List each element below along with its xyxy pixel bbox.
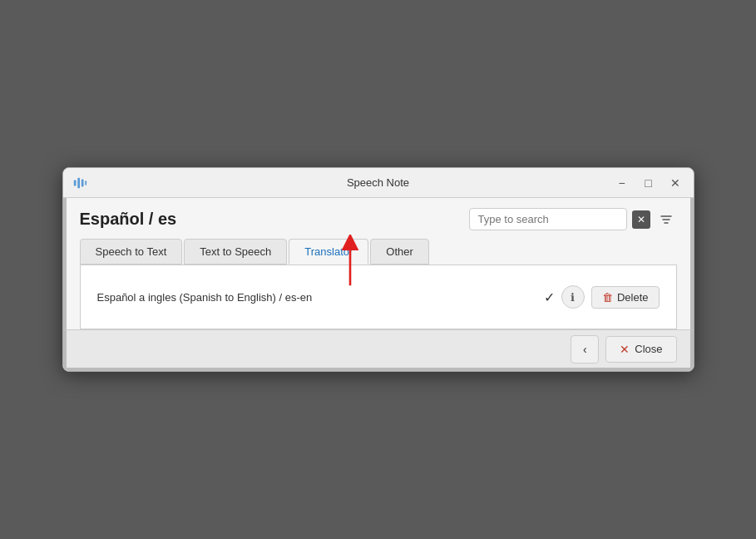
tab-translator[interactable]: Translator [289,239,368,265]
footer: ‹ ✕ Close [63,329,694,371]
titlebar-controls: − □ ✕ [612,173,685,193]
svg-rect-0 [73,180,76,185]
tabs-container: Speech to Text Text to Speech Translator… [80,239,677,265]
delete-button[interactable]: 🗑 Delete [591,286,660,309]
filter-button[interactable] [655,209,677,230]
window-title: Speech Note [347,176,409,189]
delete-label: Delete [617,291,649,304]
trash-icon: 🗑 [602,291,613,304]
app-icon [72,175,88,191]
maximize-button[interactable]: □ [639,173,659,193]
titlebar: Speech Note − □ ✕ [63,168,694,198]
info-button[interactable]: ℹ [561,285,585,309]
tab-content: Español a ingles (Spanish to English) / … [80,265,677,329]
model-actions: ✓ ℹ 🗑 Delete [544,285,660,309]
header-row: Español / es ✕ [80,208,677,230]
search-row: ✕ [469,208,677,230]
close-button[interactable]: ✕ Close [605,336,676,363]
model-name: Español a ingles (Spanish to English) / … [97,291,313,304]
selected-checkmark: ✓ [544,289,555,305]
tab-text-to-speech[interactable]: Text to Speech [184,239,287,265]
clear-search-button[interactable]: ✕ [632,210,650,229]
svg-rect-3 [85,180,86,185]
close-label: Close [635,343,662,355]
back-button[interactable]: ‹ [571,335,599,363]
titlebar-left [72,175,88,191]
svg-rect-2 [81,179,83,186]
tab-other[interactable]: Other [370,239,429,265]
tabs: Speech to Text Text to Speech Translator… [80,239,677,265]
svg-rect-1 [77,177,80,188]
content-area: Español / es ✕ Speech to Text Text to Sp… [63,198,694,329]
minimize-button[interactable]: − [612,173,632,193]
close-x-icon: ✕ [620,343,630,356]
page-title: Español / es [80,210,177,229]
tab-speech-to-text[interactable]: Speech to Text [80,239,183,265]
window-close-button[interactable]: ✕ [665,173,685,193]
main-window: Speech Note − □ ✕ Español / es ✕ Spe [62,167,694,372]
search-input[interactable] [469,208,627,230]
model-row: Español a ingles (Spanish to English) / … [94,279,663,315]
